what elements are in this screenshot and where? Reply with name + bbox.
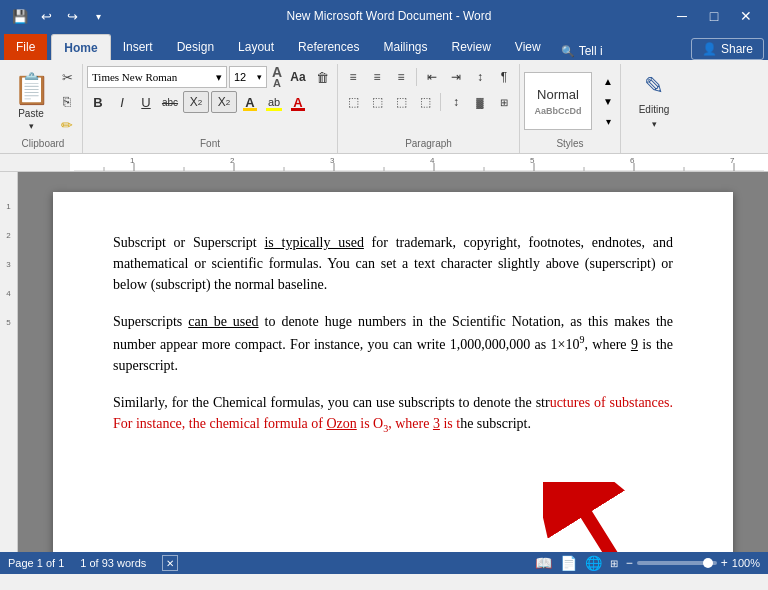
- focus-mode-button[interactable]: ⊞: [610, 558, 618, 569]
- tell-me-input[interactable]: 🔍 Tell i: [553, 42, 611, 60]
- subscript-button[interactable]: X2: [183, 91, 209, 113]
- svg-text:4: 4: [430, 156, 435, 165]
- paragraph-row-1: ≡ ≡ ≡ ⇤ ⇥ ↕ ¶: [342, 66, 515, 88]
- page-wrapper: Subscript or Superscript is typically us…: [18, 172, 768, 552]
- align-center-button[interactable]: ⬚: [366, 91, 388, 113]
- multilevel-list-button[interactable]: ≡: [390, 66, 412, 88]
- svg-text:6: 6: [630, 156, 635, 165]
- styles-gallery[interactable]: Normal AaBbCcDd: [524, 72, 592, 130]
- show-hide-button[interactable]: ¶: [493, 66, 515, 88]
- justify-button[interactable]: ⬚: [414, 91, 436, 113]
- editing-group: ✎ Editing ▾: [621, 64, 687, 153]
- copy-button[interactable]: ⎘: [56, 90, 78, 112]
- format-painter-button[interactable]: ✏: [56, 114, 78, 136]
- zoom-slider[interactable]: [637, 561, 717, 565]
- ribbon: 📋 Paste ▾ ✂ ⎘ ✏ Clipboard Times New Roma…: [0, 60, 768, 154]
- styles-group: Normal AaBbCcDd ▲ ▼ ▾ Styles: [520, 64, 621, 153]
- styles-more-button[interactable]: ▾: [600, 113, 616, 129]
- font-row-1: Times New Roman ▾ 12 ▾ A A Aa 🗑: [87, 66, 333, 88]
- styles-scroll-down-button[interactable]: ▼: [600, 93, 616, 109]
- line-spacing-button[interactable]: ↕: [445, 91, 467, 113]
- tab-mailings[interactable]: Mailings: [371, 34, 439, 60]
- font-label: Font: [200, 138, 220, 151]
- tab-home[interactable]: Home: [51, 34, 110, 60]
- close-button[interactable]: ✕: [732, 2, 760, 30]
- bold-button[interactable]: B: [87, 91, 109, 113]
- arrow-annotation: [543, 482, 673, 552]
- clipboard-label: Clipboard: [22, 138, 65, 151]
- share-button[interactable]: 👤 Share: [691, 38, 764, 60]
- numbered-list-button[interactable]: ≡: [366, 66, 388, 88]
- font-group: Times New Roman ▾ 12 ▾ A A Aa 🗑 B I U ab…: [83, 64, 338, 153]
- borders-button[interactable]: ⊞: [493, 91, 515, 113]
- svg-text:3: 3: [330, 156, 335, 165]
- redo-button[interactable]: ↪: [60, 4, 84, 28]
- maximize-button[interactable]: □: [700, 2, 728, 30]
- editing-button[interactable]: ✎ Editing ▾: [625, 66, 683, 134]
- document-page[interactable]: Subscript or Superscript is typically us…: [53, 192, 733, 552]
- zoom-control: − + 100%: [626, 556, 760, 570]
- read-mode-button[interactable]: 📖: [535, 555, 552, 571]
- clear-format-button[interactable]: 🗑: [311, 66, 333, 88]
- tab-references[interactable]: References: [286, 34, 371, 60]
- word-count: 1 of 93 words: [80, 557, 146, 569]
- tab-review[interactable]: Review: [439, 34, 502, 60]
- ruler-marks: 1 2 3 4 5 6 7: [74, 155, 764, 171]
- svg-text:7: 7: [730, 156, 735, 165]
- zoom-thumb: [703, 558, 713, 568]
- clipboard-group-content: 📋 Paste ▾ ✂ ⎘ ✏: [8, 66, 78, 136]
- shading-button[interactable]: ▓: [469, 91, 491, 113]
- font-color-alt-button[interactable]: A: [287, 91, 309, 113]
- strikethrough-button[interactable]: abc: [159, 91, 181, 113]
- ruler: 1 2 3 4 5 6 7: [0, 154, 768, 172]
- svg-line-23: [586, 515, 640, 553]
- superscript-button[interactable]: X2: [211, 91, 237, 113]
- align-left-button[interactable]: ⬚: [342, 91, 364, 113]
- document-area: 1 2 3 4 5 Subscript or Superscript is ty…: [0, 172, 768, 552]
- italic-button[interactable]: I: [111, 91, 133, 113]
- editing-group-content: ✎ Editing ▾: [625, 66, 683, 137]
- paragraph-group-content: ≡ ≡ ≡ ⇤ ⇥ ↕ ¶ ⬚ ⬚ ⬚ ⬚ ↕ ▓ ⊞: [342, 66, 515, 136]
- ruler-body: 1 2 3 4 5 6 7: [70, 154, 768, 171]
- web-layout-button[interactable]: 🌐: [585, 555, 602, 571]
- tab-insert[interactable]: Insert: [111, 34, 165, 60]
- underline-button[interactable]: U: [135, 91, 157, 113]
- font-color-button[interactable]: A: [239, 91, 261, 113]
- window-title: New Microsoft Word Document - Word: [110, 9, 668, 23]
- paste-button[interactable]: 📋 Paste ▾: [8, 66, 54, 136]
- font-size-dropdown[interactable]: 12 ▾: [229, 66, 267, 88]
- increase-indent-button[interactable]: ⇥: [445, 66, 467, 88]
- zoom-out-button[interactable]: −: [626, 556, 633, 570]
- ruler-corner: [35, 154, 70, 171]
- save-button[interactable]: 💾: [8, 4, 32, 28]
- svg-text:1: 1: [130, 156, 135, 165]
- change-case-button[interactable]: Aa: [287, 66, 309, 88]
- undo-button[interactable]: ↩: [34, 4, 58, 28]
- paragraph-3: Similarly, for the Chemical formulas, yo…: [113, 392, 673, 436]
- tab-layout[interactable]: Layout: [226, 34, 286, 60]
- styles-group-content: Normal AaBbCcDd ▲ ▼ ▾: [524, 66, 616, 136]
- cut-button[interactable]: ✂: [56, 66, 78, 88]
- shrink-font-button[interactable]: A: [269, 78, 285, 88]
- minimize-button[interactable]: ─: [668, 2, 696, 30]
- bullets-button[interactable]: ≡: [342, 66, 364, 88]
- track-changes-button[interactable]: ✕: [162, 555, 178, 571]
- grow-font-button[interactable]: A: [269, 67, 285, 77]
- quick-access-toolbar: 💾 ↩ ↪ ▾: [8, 4, 110, 28]
- print-layout-button[interactable]: 📄: [560, 555, 577, 571]
- sort-button[interactable]: ↕: [469, 66, 491, 88]
- customize-quick-access-button[interactable]: ▾: [86, 4, 110, 28]
- font-group-content: Times New Roman ▾ 12 ▾ A A Aa 🗑 B I U ab…: [87, 66, 333, 136]
- align-right-button[interactable]: ⬚: [390, 91, 412, 113]
- highlight-color-button[interactable]: ab: [263, 91, 285, 113]
- window-controls: ─ □ ✕: [668, 2, 760, 30]
- font-name-dropdown[interactable]: Times New Roman ▾: [87, 66, 227, 88]
- page-indicator: Page 1 of 1: [8, 557, 64, 569]
- zoom-in-button[interactable]: +: [721, 556, 728, 570]
- tab-file[interactable]: File: [4, 34, 47, 60]
- tab-design[interactable]: Design: [165, 34, 226, 60]
- styles-scroll-up-button[interactable]: ▲: [600, 73, 616, 89]
- decrease-indent-button[interactable]: ⇤: [421, 66, 443, 88]
- title-bar-left: 💾 ↩ ↪ ▾: [8, 4, 110, 28]
- tab-view[interactable]: View: [503, 34, 553, 60]
